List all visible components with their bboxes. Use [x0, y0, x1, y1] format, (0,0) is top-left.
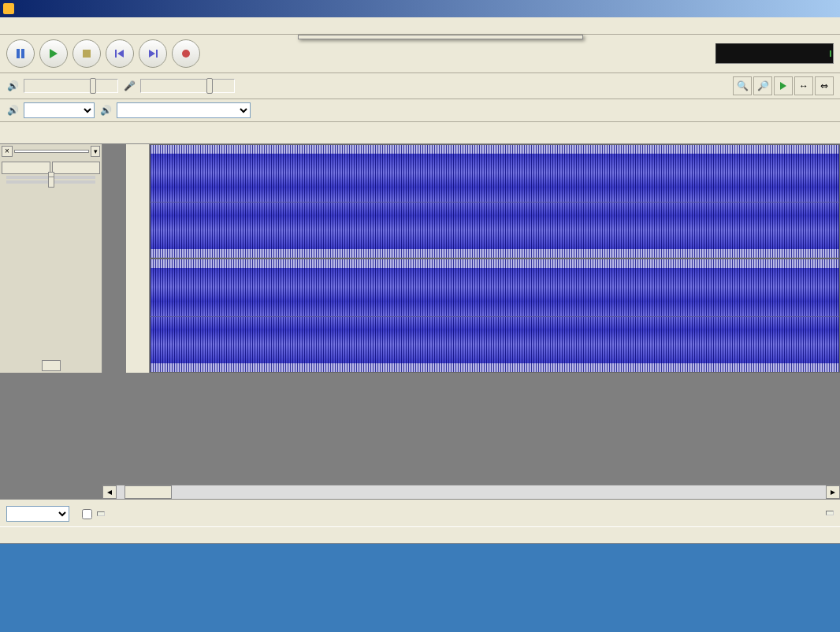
amplitude-scale-left [126, 144, 150, 373]
svg-rect-4 [115, 50, 117, 58]
output-volume-icon: 🔊 [6, 80, 19, 92]
svg-marker-9 [780, 82, 786, 90]
svg-rect-3 [83, 50, 91, 58]
track-close-button[interactable]: × [2, 146, 13, 157]
record-device-icon: 🔊 [99, 104, 112, 117]
pan-slider[interactable] [2, 180, 100, 184]
track-header: × ▾ [0, 144, 102, 373]
svg-marker-6 [149, 50, 155, 58]
waveform-left-channel[interactable] [150, 144, 840, 258]
fit-project-button[interactable]: ⇔ [815, 76, 834, 95]
toolbar-device: 🔊 🔊 [0, 99, 840, 122]
collapse-button[interactable] [42, 360, 61, 371]
toolbar-main [0, 35, 840, 73]
zoom-in-button[interactable]: 🔍 [733, 76, 752, 95]
transport-controls [6, 39, 200, 68]
effects-menu-dropdown[interactable] [298, 35, 583, 39]
svg-point-8 [182, 50, 190, 58]
svg-rect-0 [17, 49, 20, 58]
waveform-channels[interactable] [150, 144, 840, 373]
output-volume-slider[interactable] [24, 79, 118, 93]
record-button[interactable] [172, 39, 200, 68]
horizontal-scrollbar[interactable]: ◂ ▸ [102, 485, 840, 499]
track-name[interactable] [14, 150, 89, 153]
skip-end-button[interactable] [139, 39, 167, 68]
waveform-right-channel[interactable] [150, 258, 840, 373]
svg-rect-1 [21, 49, 24, 58]
scrollbar-thumb[interactable] [125, 485, 172, 499]
pause-button[interactable] [6, 39, 35, 68]
scrollbar-track[interactable] [117, 485, 826, 499]
snap-to-checkbox[interactable] [82, 509, 92, 519]
status-bar [0, 526, 840, 544]
audio-host-select[interactable] [24, 102, 95, 118]
track-menu-dropdown[interactable]: ▾ [91, 146, 100, 157]
zoom-tools: 🔍 🔎 ↔ ⇔ [733, 76, 834, 95]
tracks-area: × ▾ [0, 144, 840, 499]
svg-marker-2 [50, 49, 58, 58]
play-button[interactable] [39, 39, 68, 68]
selection-start-time[interactable] [97, 511, 105, 516]
svg-marker-5 [117, 50, 124, 58]
stop-button[interactable] [72, 39, 101, 68]
scroll-right-button[interactable]: ▸ [826, 485, 840, 499]
zoom-out-button[interactable]: 🔎 [753, 76, 772, 95]
track: × ▾ [0, 144, 840, 373]
toolbar-secondary: 🔊 🎤 🔍 🔎 ↔ ⇔ [0, 73, 840, 99]
fit-selection-button[interactable]: ↔ [794, 76, 813, 95]
project-rate-select[interactable] [6, 506, 69, 522]
duration-unit[interactable] [826, 511, 834, 515]
svg-rect-7 [156, 50, 158, 58]
app-window: 🔊 🎤 🔍 🔎 ↔ ⇔ 🔊 🔊 × ▾ [0, 0, 840, 544]
menubar[interactable] [0, 17, 840, 35]
audio-host-icon: 🔊 [6, 104, 19, 117]
playback-meter[interactable] [715, 43, 834, 64]
input-volume-icon: 🎤 [123, 80, 136, 92]
app-icon [3, 3, 14, 14]
skip-start-button[interactable] [106, 39, 134, 68]
scroll-left-button[interactable]: ◂ [102, 485, 117, 499]
input-volume-slider[interactable] [140, 79, 235, 93]
input-device-select[interactable] [117, 102, 251, 118]
solo-button[interactable] [52, 162, 101, 174]
play-green-button[interactable] [774, 76, 793, 95]
timeline-ruler[interactable] [0, 122, 840, 144]
waveform-wrap [126, 144, 840, 373]
mute-button[interactable] [2, 162, 50, 174]
titlebar [0, 0, 840, 17]
selection-bar [0, 499, 840, 526]
